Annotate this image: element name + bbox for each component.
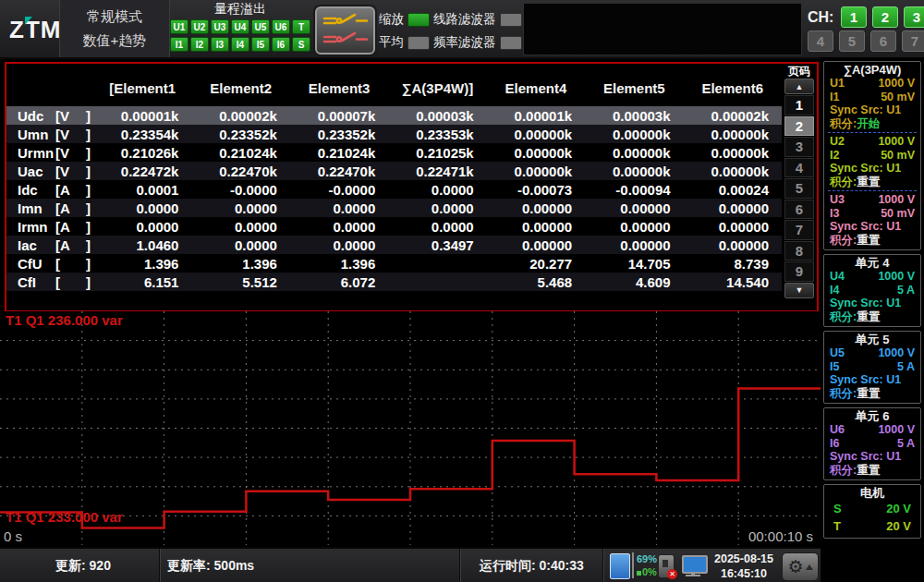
- page-number-7[interactable]: 7: [784, 220, 814, 240]
- datetime-display: 2025-08-15 16:45:10: [708, 552, 780, 581]
- cell-value: 0.0000: [290, 219, 388, 235]
- time-axis-start: 0 s: [4, 528, 22, 544]
- wiring-settings-button[interactable]: [315, 6, 375, 55]
- sync-source-row: Sync Src: U1: [828, 103, 917, 117]
- channel-button-6[interactable]: 6: [870, 30, 896, 52]
- table-row-udc[interactable]: Udc[V]0.00001k0.00002k0.00007k0.00003k0.…: [6, 106, 782, 125]
- cell-value: 0.0001: [93, 182, 191, 198]
- integration-row: 积分:重置: [828, 387, 917, 401]
- channel-settings-sidebar: ∑A(3P4W) U11000 VI150 mVSync Src: U1积分:开…: [821, 57, 924, 545]
- channel-button-4[interactable]: 4: [808, 30, 833, 52]
- table-row-uac[interactable]: Uac[V]0.22472k0.22470k0.22470k0.22471k0.…: [6, 162, 782, 180]
- page-up-button[interactable]: ▲: [784, 79, 814, 94]
- unit-close: ]: [86, 164, 91, 179]
- cell-value: -0.0000: [290, 182, 388, 198]
- column-header-6: Element5: [585, 80, 683, 96]
- channel-button-2[interactable]: 2: [872, 6, 898, 28]
- cell-value: 0.00000k: [487, 145, 585, 161]
- cell-value: 0.22471k: [388, 164, 486, 179]
- integration-row: 积分:重置: [828, 176, 917, 189]
- page-number-2[interactable]: 2: [784, 116, 814, 137]
- channel-button-7[interactable]: 7: [902, 30, 924, 52]
- cell-value: -0.00094: [585, 182, 683, 198]
- channel-button-1[interactable]: 1: [841, 6, 867, 28]
- table-header-row: [Element1Element2Element3∑A(3P4W)]Elemen…: [6, 64, 782, 108]
- page-number-5[interactable]: 5: [784, 178, 814, 199]
- unit-title: 单元 5: [828, 333, 917, 346]
- current-name: I5: [830, 360, 839, 374]
- cell-value: 1.396: [191, 256, 289, 272]
- table-row-iac[interactable]: Iac[A]1.04600.00000.00000.34970.000000.0…: [6, 236, 782, 254]
- channel-row-2: 4567: [808, 30, 924, 52]
- unit-panel-u5[interactable]: 单元 5U51000 VI55 ASync Src: U1积分:重置: [823, 331, 921, 404]
- wiring-group-panel[interactable]: ∑A(3P4W) U11000 VI150 mVSync Src: U1积分:开…: [823, 61, 921, 250]
- row-unit: [A]: [53, 237, 93, 253]
- channel-button-3[interactable]: 3: [904, 6, 924, 28]
- channel-separator: [828, 132, 917, 133]
- cell-value: 0.00000k: [684, 145, 782, 161]
- toggle-row-2: 平均 频率滤波器: [379, 34, 522, 51]
- column-header-3: Element3: [290, 80, 388, 96]
- page-number-9[interactable]: 9: [784, 261, 814, 282]
- integration-state: 重置: [857, 176, 880, 188]
- display-mode-selector[interactable]: 常规模式 数值+趋势: [59, 0, 170, 57]
- row-unit: [V]: [53, 145, 93, 161]
- channel-separator: [828, 190, 917, 191]
- page-number-6[interactable]: 6: [784, 200, 814, 220]
- cell-value: 0.00000k: [487, 164, 585, 179]
- usb-device-icon[interactable]: ✕: [658, 554, 675, 578]
- storage-pct-bottom: 0%: [637, 565, 657, 578]
- storage-pct-bullet: [637, 571, 641, 576]
- settings-button[interactable]: ⚙: [782, 552, 819, 581]
- table-row-urmn[interactable]: Urmn[V]0.21026k0.21024k0.21024k0.21025k0…: [6, 143, 782, 162]
- overflow-row-current: I1I2I3I4I5I6S: [170, 37, 310, 52]
- cell-value: 0.3497: [388, 237, 486, 253]
- sync-source-row: Sync Src: U1: [828, 450, 917, 464]
- motor-row-t: T20 V: [828, 517, 917, 535]
- column-header-5: Element4: [487, 80, 585, 96]
- trace-scale-max-label: T1 Q1 236.000 var: [6, 312, 123, 328]
- column-header-2: Element2: [191, 80, 289, 96]
- top-bar: ZTMI 常规模式 数值+趋势 量程溢出 U1U2U3U4U5U6T I1I2I…: [0, 0, 924, 59]
- overflow-indicator-i1: I1: [170, 37, 188, 52]
- page-number-1[interactable]: 1: [784, 95, 814, 115]
- average-indicator[interactable]: [407, 36, 430, 50]
- table-row-umn[interactable]: Umn[V]0.23354k0.23352k0.23352k0.23353k0.…: [6, 125, 782, 143]
- table-row-irmn[interactable]: Irmn[A]0.00000.00000.00000.00000.000000.…: [6, 217, 782, 236]
- mode-line2: 数值+趋势: [83, 32, 147, 50]
- unit-panel-u4[interactable]: 单元 4U41000 VI45 ASync Src: U1积分:重置: [823, 254, 921, 327]
- table-row-cfu[interactable]: CfU[]1.3961.3961.39620.27714.7058.739: [6, 254, 782, 273]
- storage-card-icon[interactable]: [610, 553, 630, 579]
- page-number-4[interactable]: 4: [784, 158, 814, 178]
- zoom-indicator[interactable]: [407, 13, 430, 27]
- cell-value: 0.21025k: [388, 145, 486, 161]
- overflow-indicator-u6: U6: [272, 19, 290, 34]
- cell-value: 6.151: [93, 274, 191, 290]
- statusbar-divider-2: [459, 549, 461, 582]
- voltage-name: U5: [830, 346, 845, 360]
- page-number-8[interactable]: 8: [784, 241, 814, 261]
- unit-panel-u6[interactable]: 单元 6U61000 VI65 ASync Src: U1积分:重置: [823, 407, 921, 480]
- table-row-idc[interactable]: Idc[A]0.0001-0.0000-0.00000.0000-0.00073…: [6, 180, 782, 199]
- cell-value: 0.00000: [585, 200, 683, 216]
- current-value: 50 mV: [881, 207, 915, 221]
- cell-value: 0.00001k: [487, 108, 585, 124]
- wiring-channel-list: U11000 VI150 mVSync Src: U1积分:开始U21000 V…: [828, 77, 917, 247]
- table-row-cfi[interactable]: CfI[]6.1515.5126.0725.4684.60914.540: [6, 273, 782, 291]
- statusbar-divider-3: [602, 549, 604, 582]
- motor-panel[interactable]: 电机 S20 VT20 V: [823, 484, 921, 539]
- table-row-imn[interactable]: Imn[A]0.00000.00000.00000.00000.000000.0…: [6, 199, 782, 217]
- integration-state: 重置: [857, 464, 880, 477]
- freq-filter-indicator[interactable]: [500, 36, 522, 50]
- line-filter-indicator[interactable]: [500, 13, 522, 27]
- statusbar-divider-1: [159, 549, 161, 582]
- page-down-button[interactable]: ▼: [784, 283, 814, 298]
- voltage-range-row: U41000 V: [828, 270, 917, 284]
- current-range-row: I55 A: [828, 360, 917, 374]
- remote-display-icon[interactable]: [682, 555, 708, 574]
- channel-button-5[interactable]: 5: [839, 30, 865, 52]
- wiring-group-title: ∑A(3P4W): [828, 63, 917, 77]
- overflow-indicator-s: S: [292, 37, 310, 52]
- page-number-3[interactable]: 3: [784, 137, 814, 157]
- current-range-row: I45 A: [828, 284, 917, 297]
